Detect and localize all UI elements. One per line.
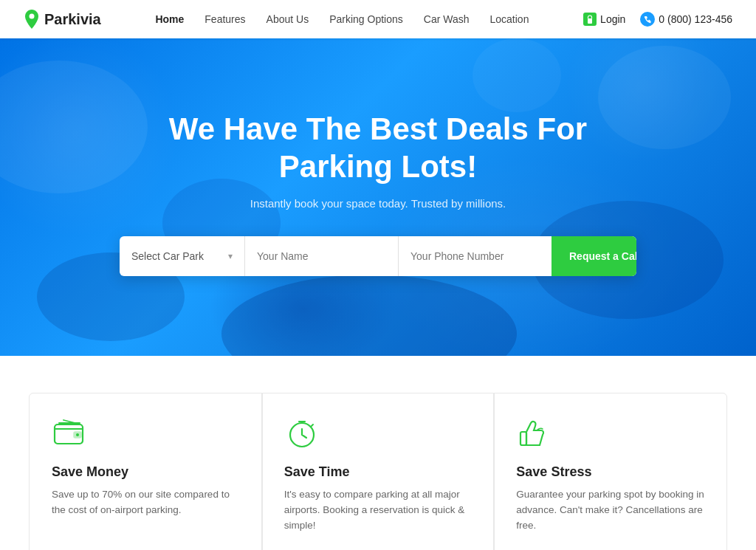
phone-link[interactable]: 0 (800) 123-456 — [640, 12, 732, 27]
nav-parking[interactable]: Parking Options — [329, 13, 403, 25]
thumbsup-icon — [516, 416, 551, 451]
search-bar: Select Car Park ▾ Request a Call — [120, 236, 636, 276]
car-park-select-label: Select Car Park — [131, 250, 204, 262]
feature-desc-money: Save up to 70% on our site compared to t… — [52, 487, 240, 518]
feature-title-time: Save Time — [284, 464, 472, 480]
navbar-right: Login 0 (800) 123-456 — [583, 12, 732, 27]
login-label: Login — [600, 13, 625, 25]
nav-location[interactable]: Location — [489, 13, 529, 25]
car-park-select[interactable]: Select Car Park ▾ — [120, 236, 245, 276]
svg-point-7 — [472, 38, 561, 112]
hero-subtitle: Instantly book your space today. Trusted… — [250, 197, 506, 210]
svg-point-0 — [30, 14, 35, 19]
feature-title-money: Save Money — [52, 464, 240, 480]
nav-about[interactable]: About Us — [267, 13, 309, 25]
nav-carwash[interactable]: Car Wash — [424, 13, 470, 25]
feature-desc-time: It's easy to compare parking at all majo… — [284, 487, 472, 534]
hero-title-line2: Parking Lots! — [279, 149, 477, 184]
request-call-button[interactable]: Request a Call — [551, 236, 636, 276]
svg-point-11 — [76, 433, 79, 436]
brand-name: Parkivia — [44, 11, 101, 28]
nav-home[interactable]: Home — [155, 13, 184, 25]
feature-title-stress: Save Stress — [516, 464, 704, 480]
feature-desc-stress: Guarantee your parking spot by booking i… — [516, 487, 704, 534]
main-nav: Home Features About Us Parking Options C… — [155, 13, 529, 26]
phone-input[interactable] — [399, 236, 551, 276]
brand-logo[interactable]: Parkivia — [24, 10, 101, 29]
wallet-icon — [52, 416, 87, 451]
clock-icon — [284, 416, 320, 451]
hero-title: We Have The Best Deals For Parking Lots! — [169, 111, 587, 185]
svg-point-4 — [221, 275, 517, 356]
svg-rect-1 — [588, 18, 592, 24]
svg-point-2 — [0, 61, 148, 193]
feature-save-stress: Save Stress Guarantee your parking spot … — [493, 393, 727, 550]
phone-icon — [640, 12, 655, 27]
svg-rect-13 — [520, 432, 526, 445]
nav-features[interactable]: Features — [205, 13, 245, 25]
svg-point-3 — [598, 46, 731, 149]
feature-save-time: Save Time It's easy to compare parking a… — [261, 393, 495, 550]
pin-icon — [24, 10, 40, 29]
phone-number: 0 (800) 123-456 — [659, 13, 732, 25]
feature-save-money: Save Money Save up to 70% on our site co… — [29, 393, 263, 550]
name-input[interactable] — [245, 236, 399, 276]
chevron-down-icon: ▾ — [228, 251, 233, 261]
features-section: Save Money Save up to 70% on our site co… — [0, 356, 756, 550]
lock-icon — [583, 13, 597, 26]
navbar: Parkivia Home Features About Us Parking … — [0, 0, 756, 38]
hero-section: We Have The Best Deals For Parking Lots!… — [0, 38, 756, 356]
hero-title-line1: We Have The Best Deals For — [169, 111, 587, 146]
login-button[interactable]: Login — [583, 13, 625, 26]
